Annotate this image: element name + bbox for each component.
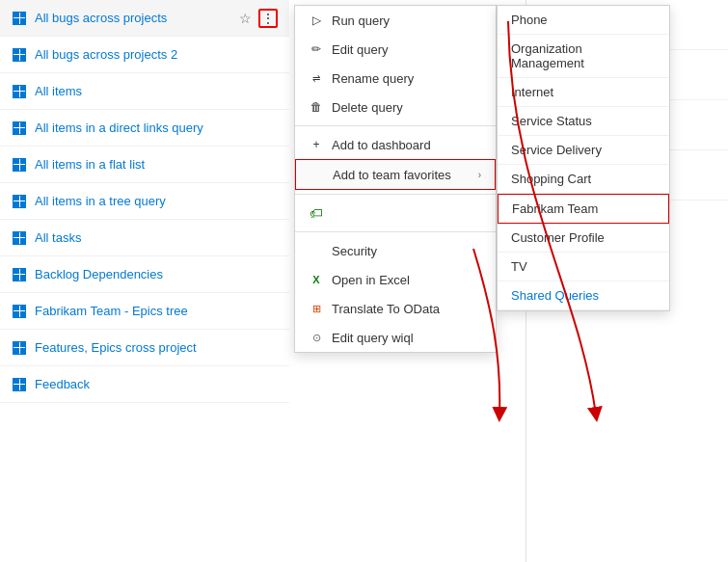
query-label: All items in a flat list [35,157,145,172]
query-grid-icon [12,230,27,246]
submenu-shopping-cart[interactable]: Shopping Cart [498,165,669,194]
submenu-service-delivery[interactable]: Service Delivery [498,136,669,165]
query-label: Feedback [35,377,90,391]
edit-wiql-item[interactable]: ⊙ Edit query wiql [295,323,496,352]
security-label: Security [332,244,482,258]
security-item[interactable]: Security [295,236,496,265]
separator-2 [295,194,496,195]
query-list: All bugs across projects ☆ ⋮ All bugs ac… [0,0,289,562]
query-item-backlog-dep[interactable]: Backlog Dependencies [0,256,289,293]
query-label: Backlog Dependencies [35,267,163,281]
separator-1 [295,125,496,126]
open-excel-item[interactable]: X Open in Excel [295,265,496,294]
query-label: All bugs across projects 2 [35,47,177,62]
delete-query-item[interactable]: 🗑 Delete query [295,93,496,121]
translate-odata-item[interactable]: ⊞ Translate To OData [295,294,496,323]
more-button[interactable]: ⋮ [258,9,278,28]
query-grid-icon [12,157,27,173]
query-item-all-tasks[interactable]: All tasks [0,220,289,256]
query-grid-icon [12,304,27,319]
submenu-service-status[interactable]: Service Status [498,107,669,136]
edit-wiql-label: Edit query wiql [332,331,482,345]
tag-item[interactable]: 🏷 [295,199,496,227]
star-button[interactable]: ☆ [235,9,255,28]
add-icon: + [309,137,324,152]
query-label: Features, Epics cross project [35,340,197,355]
wiql-icon: ⊙ [309,330,324,345]
odata-icon: ⊞ [309,301,324,316]
delete-icon: 🗑 [309,99,324,115]
security-icon [309,243,324,258]
arrow-right-icon: › [478,170,481,180]
query-label: All items [35,84,82,98]
query-item-all-bugs-2[interactable]: All bugs across projects 2 [0,37,289,73]
submenu-shared-queries[interactable]: Shared Queries [498,281,669,310]
edit-icon: ✏ [309,41,324,57]
query-label: All items in a direct links query [35,120,203,135]
separator-3 [295,231,496,232]
open-excel-label: Open in Excel [332,273,482,287]
context-menu: ▷ Run query ✏ Edit query ⇌ Rename query … [294,5,497,353]
query-item-features-epics[interactable]: Features, Epics cross project [0,330,289,366]
submenu-tv[interactable]: TV [498,253,669,281]
submenu-fabrikam-team[interactable]: Fabrikam Team [498,194,669,224]
star-icon [310,167,325,182]
rename-query-label: Rename query [332,71,482,86]
query-item-all-items-flat[interactable]: All items in a flat list [0,147,289,183]
team-submenu: Phone Organization Management Internet S… [497,5,670,311]
tag-icon: 🏷 [309,205,324,221]
query-grid-icon [12,377,27,392]
query-label: All bugs across projects [35,11,167,25]
submenu-org-mgmt[interactable]: Organization Management [498,35,669,78]
rename-icon: ⇌ [309,70,324,86]
submenu-customer-profile[interactable]: Customer Profile [498,224,669,253]
query-grid-icon [12,120,27,136]
query-actions: ☆ ⋮ [235,9,278,28]
query-grid-icon [12,267,27,282]
query-grid-icon [12,84,27,99]
run-query-item[interactable]: ▷ Run query [295,6,496,35]
add-dashboard-label: Add to dashboard [332,138,482,152]
query-item-fabrikam-epics[interactable]: Fabrikam Team - Epics tree [0,293,289,330]
query-label: Fabrikam Team - Epics tree [35,304,188,318]
edit-query-label: Edit query [332,42,482,57]
query-grid-icon [12,11,27,26]
edit-query-item[interactable]: ✏ Edit query [295,35,496,64]
query-label: All items in a tree query [35,194,166,208]
query-grid-icon [12,340,27,356]
add-team-fav-item[interactable]: Add to team favorites › [295,159,496,190]
query-item-all-bugs[interactable]: All bugs across projects ☆ ⋮ [0,0,289,37]
excel-icon: X [309,272,324,287]
query-grid-icon [12,47,27,63]
delete-query-label: Delete query [332,100,482,115]
query-item-all-items[interactable]: All items [0,73,289,110]
translate-odata-label: Translate To OData [332,302,482,316]
query-item-all-items-direct[interactable]: All items in a direct links query [0,110,289,147]
submenu-internet[interactable]: Internet [498,78,669,107]
query-grid-icon [12,194,27,209]
add-team-fav-label: Add to team favorites [333,168,471,182]
run-icon: ▷ [309,13,324,28]
add-dashboard-item[interactable]: + Add to dashboard [295,130,496,159]
submenu-phone[interactable]: Phone [498,6,669,35]
rename-query-item[interactable]: ⇌ Rename query [295,64,496,93]
query-item-all-items-tree[interactable]: All items in a tree query [0,183,289,220]
run-query-label: Run query [332,13,482,28]
query-label: All tasks [35,230,81,245]
query-item-feedback[interactable]: Feedback [0,366,289,403]
